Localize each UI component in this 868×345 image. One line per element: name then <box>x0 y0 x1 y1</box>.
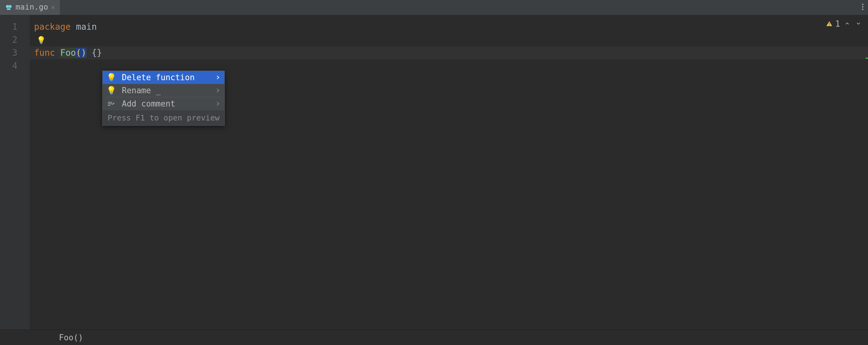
go-file-icon <box>5 3 12 11</box>
chevron-right-icon <box>216 87 219 94</box>
tab-label: main.go <box>16 2 48 11</box>
intention-footer: Press F1 to open preview <box>103 110 224 126</box>
svg-point-9 <box>862 9 863 10</box>
code-line-2[interactable]: 💡 <box>30 33 868 46</box>
warning-icon <box>826 21 833 27</box>
intention-label: Add comment <box>122 99 210 108</box>
keyword-package: package <box>34 22 71 32</box>
warning-count[interactable]: 1 <box>826 19 840 29</box>
chevron-down-icon[interactable] <box>855 20 862 28</box>
comment-icon <box>107 101 115 106</box>
svg-rect-6 <box>7 8 10 10</box>
svg-rect-10 <box>829 23 830 25</box>
chevron-right-icon <box>216 74 219 81</box>
code-line-1[interactable]: package main <box>30 21 868 33</box>
identifier-main: main <box>76 22 97 32</box>
tab-bar: main.go ✕ <box>0 0 868 15</box>
bulb-icon: 💡 <box>107 86 115 95</box>
breadcrumb-item[interactable]: Foo() <box>59 333 83 342</box>
tabs: main.go ✕ <box>0 0 60 15</box>
more-menu-icon[interactable] <box>862 3 864 12</box>
func-name-foo: Foo <box>60 48 76 58</box>
tab-main-go[interactable]: main.go ✕ <box>0 0 60 15</box>
inspections-widget[interactable]: 1 <box>826 19 862 29</box>
warning-count-value: 1 <box>835 19 840 29</box>
marker-stripe[interactable] <box>866 58 868 59</box>
code-line-3[interactable]: func Foo() {} <box>30 46 868 60</box>
intention-label: Delete function <box>122 73 210 82</box>
intention-label: Rename _ <box>122 86 210 95</box>
svg-point-8 <box>862 6 863 7</box>
parens: () <box>76 48 87 58</box>
intention-rename[interactable]: 💡 Rename _ <box>103 84 224 97</box>
chevron-right-icon <box>216 101 219 107</box>
code-area[interactable]: package main 💡 func Foo() {} 1 <box>30 15 868 330</box>
line-number: 3 <box>0 46 30 60</box>
keyword-func: func <box>34 48 55 58</box>
intention-bulb-icon[interactable]: 💡 <box>34 36 46 44</box>
close-icon[interactable]: ✕ <box>51 3 55 11</box>
svg-point-4 <box>7 6 8 6</box>
breadcrumb-bar: Foo() <box>0 330 868 345</box>
braces: {} <box>91 48 102 58</box>
line-number: 2 <box>0 33 30 46</box>
intention-delete-function[interactable]: 💡 Delete function <box>103 71 224 84</box>
gutter: 1 2 3 4 <box>0 15 30 330</box>
bulb-icon: 💡 <box>107 73 115 82</box>
svg-point-5 <box>10 6 10 6</box>
svg-point-7 <box>862 4 863 5</box>
intention-add-comment[interactable]: Add comment <box>103 97 224 110</box>
svg-rect-12 <box>108 102 112 103</box>
line-number: 1 <box>0 21 30 33</box>
svg-rect-13 <box>108 103 112 104</box>
editor[interactable]: 1 2 3 4 package main 💡 func Foo() {} 1 <box>0 15 868 330</box>
chevron-up-icon[interactable] <box>843 20 851 28</box>
svg-rect-11 <box>829 25 830 26</box>
intention-actions-popup: 💡 Delete function 💡 Rename _ <box>102 71 225 126</box>
line-number: 4 <box>0 60 30 72</box>
svg-rect-14 <box>108 105 111 106</box>
